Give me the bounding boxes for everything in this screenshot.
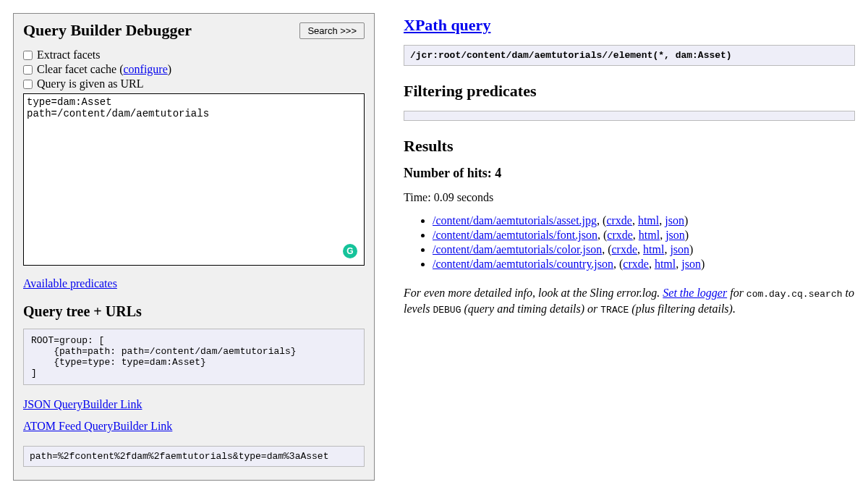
search-button[interactable]: Search >>> xyxy=(299,22,365,39)
filtering-box xyxy=(404,111,855,121)
xpath-box: /jcr:root/content/dam/aemtutorials//elem… xyxy=(404,45,855,66)
clear-facet-cache-checkbox[interactable] xyxy=(23,65,33,75)
extract-facets-checkbox[interactable] xyxy=(23,51,33,60)
xpath-heading: XPath query xyxy=(404,16,855,35)
atom-feed-link[interactable]: ATOM Feed QueryBuilder Link xyxy=(23,420,172,432)
hit-json-link[interactable]: json xyxy=(665,214,684,227)
footnote-package: com.day.cq.search xyxy=(746,289,843,300)
hit-crxde-link[interactable]: crxde xyxy=(606,214,632,227)
hit-html-link[interactable]: html xyxy=(655,258,676,270)
hit-item: /content/dam/aemtutorials/asset.jpg, (cr… xyxy=(433,214,855,227)
hit-html-link[interactable]: html xyxy=(643,243,664,255)
extract-facets-label: Extract facets xyxy=(37,48,101,62)
footnote-text-5: (plus filtering details). xyxy=(629,303,736,315)
title-row: Query Builder Debugger Search >>> xyxy=(23,21,365,40)
footnote-trace: TRACE xyxy=(600,305,629,316)
xpath-heading-link[interactable]: XPath query xyxy=(404,16,490,34)
query-as-url-row: Query is given as URL xyxy=(23,77,365,90)
query-tree-box: ROOT=group: [ {path=path: path=/content/… xyxy=(23,329,365,385)
footnote-debug: DEBUG xyxy=(433,305,461,316)
filtering-heading: Filtering predicates xyxy=(404,82,855,101)
footnote: For even more detailed info, look at the… xyxy=(404,285,855,316)
hit-item: /content/dam/aemtutorials/country.json, … xyxy=(433,258,855,271)
hits-list: /content/dam/aemtutorials/asset.jpg, (cr… xyxy=(404,214,855,271)
hit-json-link[interactable]: json xyxy=(665,229,685,241)
available-predicates-link[interactable]: Available predicates xyxy=(23,277,117,290)
hit-path-link[interactable]: /content/dam/aemtutorials/font.json xyxy=(433,229,597,241)
clear-facet-cache-suffix: ) xyxy=(168,63,171,75)
query-as-url-label: Query is given as URL xyxy=(37,77,144,90)
hit-crxde-link[interactable]: crxde xyxy=(623,258,649,270)
query-tree-title: Query tree + URLs xyxy=(23,303,365,320)
clear-facet-cache-row: Clear facet cache (configure) xyxy=(23,63,365,76)
hits-count: Number of hits: 4 xyxy=(404,166,855,181)
hit-path-link[interactable]: /content/dam/aemtutorials/country.json xyxy=(433,258,613,270)
results-heading: Results xyxy=(404,137,855,156)
footnote-text-4: (query and timing details) or xyxy=(461,303,600,315)
hit-html-link[interactable]: html xyxy=(638,214,659,227)
hit-html-link[interactable]: html xyxy=(639,229,660,241)
results-panel: XPath query /jcr:root/content/dam/aemtut… xyxy=(404,13,855,481)
hit-path-link[interactable]: /content/dam/aemtutorials/asset.jpg xyxy=(433,214,597,227)
hit-json-link[interactable]: json xyxy=(681,258,701,270)
clear-facet-cache-label: Clear facet cache (configure) xyxy=(37,63,171,76)
hit-item: /content/dam/aemtutorials/font.json, (cr… xyxy=(433,229,855,242)
url-encoded-box: path=%2fcontent%2fdam%2faemtutorials&typ… xyxy=(23,446,365,467)
json-querybuilder-link[interactable]: JSON QueryBuilder Link xyxy=(23,398,142,410)
footnote-text-1: For even more detailed info, look at the… xyxy=(404,287,663,299)
configure-link[interactable]: configure xyxy=(123,63,167,75)
query-textarea-wrap: G xyxy=(23,92,365,269)
hit-json-link[interactable]: json xyxy=(670,243,689,255)
set-logger-link[interactable]: Set the logger xyxy=(663,287,727,299)
hit-path-link[interactable]: /content/dam/aemtutorials/color.json xyxy=(433,243,602,255)
clear-facet-cache-text: Clear facet cache ( xyxy=(37,63,123,75)
footnote-text-2: for xyxy=(727,287,746,299)
hit-crxde-link[interactable]: crxde xyxy=(607,229,633,241)
extract-facets-row: Extract facets xyxy=(23,48,365,62)
hit-item: /content/dam/aemtutorials/color.json, (c… xyxy=(433,243,855,256)
debugger-panel: Query Builder Debugger Search >>> Extrac… xyxy=(13,13,375,481)
hit-crxde-link[interactable]: crxde xyxy=(612,243,638,255)
panel-title: Query Builder Debugger xyxy=(23,21,192,40)
query-as-url-checkbox[interactable] xyxy=(23,80,33,89)
time-line: Time: 0.09 seconds xyxy=(404,191,855,204)
query-textarea[interactable] xyxy=(23,93,365,266)
